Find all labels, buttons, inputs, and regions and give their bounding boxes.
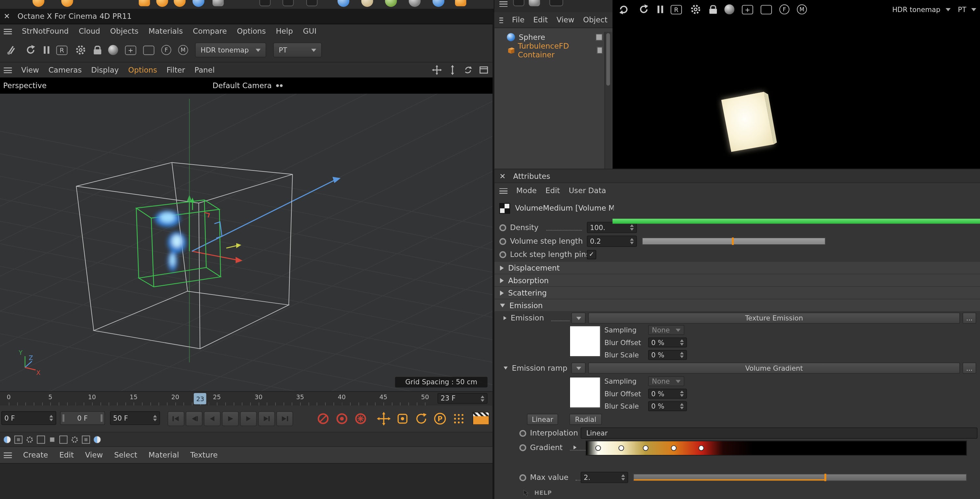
monitor-icon[interactable] <box>549 0 563 6</box>
timeline-playhead[interactable]: 23 <box>194 393 207 404</box>
layer-frame-icon[interactable] <box>59 435 67 443</box>
menu-icon[interactable] <box>500 1 508 7</box>
rotate-view-icon[interactable] <box>463 65 473 75</box>
menu-strnotfound[interactable]: StrNotFound <box>22 27 69 36</box>
pan-view-icon[interactable] <box>432 65 442 75</box>
ramp-color-swatch[interactable] <box>570 377 600 408</box>
layer-stack-icon[interactable] <box>14 435 22 443</box>
blur-offset-stepper[interactable] <box>678 339 684 345</box>
empty-box-icon[interactable] <box>143 45 154 55</box>
lock-pins-checkbox[interactable]: ✓ <box>587 249 596 259</box>
add-box-icon[interactable]: + <box>742 5 753 14</box>
vp-menu-view[interactable]: View <box>21 66 39 75</box>
gradient-expand-icon[interactable] <box>574 445 576 450</box>
max-value-slider-marker[interactable] <box>824 474 826 481</box>
autokey-ring-icon[interactable] <box>414 411 429 426</box>
camera-icon[interactable] <box>275 83 283 88</box>
vp-menu-cameras[interactable]: Cameras <box>48 66 82 75</box>
layer-toggle-icon[interactable] <box>93 435 101 443</box>
ramp-linear-button[interactable]: Linear <box>527 414 558 425</box>
parametric-record-icon[interactable]: P <box>433 411 447 426</box>
param-ring-icon[interactable] <box>500 251 506 257</box>
volume-gradient-button[interactable]: Volume Gradient <box>588 362 960 374</box>
menu-icon[interactable] <box>500 17 503 23</box>
vp-menu-display[interactable]: Display <box>91 66 119 75</box>
camera-label[interactable]: Default Camera <box>213 81 272 90</box>
lock-resolution-icon[interactable] <box>710 9 717 14</box>
material-picker-icon[interactable]: M <box>178 45 188 55</box>
viewport-canvas[interactable]: Y Z X Grid Spacing : 50 cm <box>0 94 493 391</box>
emission-ramp-link-dropdown[interactable] <box>571 362 585 374</box>
prev-frame-button[interactable] <box>204 411 221 426</box>
section-scattering[interactable]: Scattering <box>495 287 980 299</box>
range-start-stepper[interactable] <box>48 415 53 421</box>
clipped-toolbar-icon[interactable] <box>306 0 318 6</box>
focus-picker-icon[interactable]: F <box>780 5 789 14</box>
keyframe-selection-icon[interactable] <box>395 411 410 426</box>
timeline-ruler[interactable]: 05101520253035404550 23 23 F <box>0 391 493 405</box>
settings-gear-icon[interactable] <box>75 44 87 56</box>
attr-menu-edit[interactable]: Edit <box>546 186 560 195</box>
attr-menu-mode[interactable]: Mode <box>516 186 537 195</box>
clipped-toolbar-icon[interactable] <box>455 0 466 6</box>
lv-menu-object[interactable]: Object <box>583 16 607 24</box>
density-stepper[interactable] <box>628 224 633 230</box>
blur-scale-field[interactable]: 0 % <box>648 350 687 360</box>
range-end-field[interactable]: 50 F <box>110 411 160 425</box>
menu-icon[interactable] <box>500 188 508 194</box>
layer-dot-icon[interactable] <box>50 437 54 442</box>
gradient-knot[interactable] <box>595 445 601 451</box>
autokey-move-icon[interactable] <box>376 411 391 426</box>
gradient-knot[interactable] <box>643 445 649 451</box>
layer-frame-icon[interactable] <box>37 435 45 443</box>
kernel-dropdown[interactable]: PT <box>273 43 322 57</box>
menu-icon[interactable] <box>4 67 12 73</box>
mat-menu-select[interactable]: Select <box>114 451 137 459</box>
max-value-slider[interactable] <box>633 474 967 481</box>
frame-stepper[interactable] <box>479 395 484 402</box>
record-keyframe-icon[interactable] <box>335 412 349 426</box>
emission-link-dropdown[interactable] <box>571 312 585 324</box>
layer-toggle-icon[interactable] <box>3 435 11 443</box>
step-length-slider-marker[interactable] <box>732 237 734 245</box>
param-ring-icon[interactable] <box>500 224 506 231</box>
gear-icon[interactable] <box>71 435 79 443</box>
render-marker-icon[interactable] <box>473 412 489 425</box>
menu-icon[interactable] <box>4 29 12 34</box>
scrollbar-thumb[interactable] <box>606 33 610 86</box>
vp-menu-options[interactable]: Options <box>128 66 157 75</box>
material-picker-icon[interactable]: M <box>797 5 807 14</box>
mat-menu-material[interactable]: Material <box>148 451 179 459</box>
interpolation-dropdown[interactable]: Linear <box>581 427 978 439</box>
section-absorption[interactable]: Absorption <box>495 275 980 287</box>
param-ring-icon[interactable] <box>520 474 526 481</box>
expand-arrow-icon[interactable] <box>504 316 506 320</box>
settings-gear-icon[interactable] <box>689 3 702 16</box>
close-icon[interactable]: ✕ <box>4 12 10 21</box>
restart-render-icon[interactable] <box>638 3 650 16</box>
blur-offset-field[interactable]: 0 % <box>648 389 687 399</box>
menu-help[interactable]: Help <box>276 27 293 36</box>
clipped-toolbar-icon[interactable] <box>174 0 186 7</box>
param-ring-icon[interactable] <box>520 430 526 437</box>
gradient-bar[interactable] <box>585 441 967 456</box>
lv-menu-edit[interactable]: Edit <box>533 16 548 24</box>
emission-more-button[interactable]: ... <box>963 312 976 324</box>
emission-color-swatch[interactable] <box>570 326 600 357</box>
menu-gui[interactable]: GUI <box>303 27 317 36</box>
menu-objects[interactable]: Objects <box>110 27 138 36</box>
ramp-radial-button[interactable]: Radial <box>570 414 602 425</box>
clipped-toolbar-icon[interactable] <box>409 0 421 7</box>
record-position-icon[interactable] <box>316 412 330 426</box>
step-length-stepper[interactable] <box>628 238 633 244</box>
wireframe-cube[interactable] <box>76 162 292 349</box>
mat-menu-texture[interactable]: Texture <box>190 451 218 459</box>
clipped-toolbar-icon[interactable] <box>337 0 349 7</box>
add-box-icon[interactable]: + <box>125 45 137 55</box>
goto-end-button[interactable] <box>276 411 293 426</box>
clipped-toolbar-icon[interactable] <box>61 0 73 7</box>
param-ring-icon[interactable] <box>500 238 506 245</box>
prev-key-button[interactable] <box>186 411 202 426</box>
rv-tonemap-dropdown[interactable]: HDR tonemap <box>892 5 950 13</box>
region-render-icon[interactable]: R <box>56 45 68 55</box>
